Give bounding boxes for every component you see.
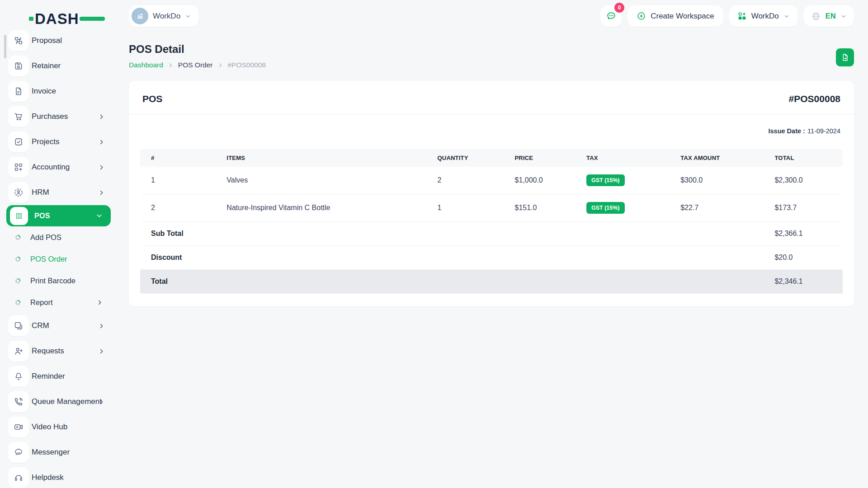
sidebar-item-proposal[interactable]: Proposal [0, 28, 117, 53]
proposal-icon [8, 30, 29, 51]
sidebar-subitem-pos-order[interactable]: POS Order [0, 248, 117, 270]
crm-icon [8, 315, 29, 336]
chevron-down-icon [840, 13, 847, 19]
sidebar-item-queue-management[interactable]: Queue Management [0, 389, 117, 414]
chevron-right-icon [98, 189, 105, 196]
chevron-down-icon [783, 13, 790, 19]
table-row: 1 Valves 2 $1,000.0 GST (15%) $300.0 $2,… [140, 167, 843, 194]
sidebar-subitem-add-pos[interactable]: Add POS [0, 226, 117, 248]
subtotal-value: $2,366.1 [771, 222, 843, 246]
logo-dot [29, 17, 33, 21]
messages-button[interactable]: 0 [600, 5, 622, 27]
chevron-right-icon [96, 299, 103, 306]
bullet-icon [15, 278, 20, 283]
sidebar-subitem-label: Add POS [30, 233, 61, 242]
bullet-icon [15, 235, 20, 240]
cell-qty: 2 [434, 167, 511, 194]
create-workspace-button[interactable]: Create Workspace [627, 5, 723, 27]
col-header-price: PRICE [511, 149, 583, 167]
cell-qty: 1 [434, 194, 511, 222]
sidebar-item-retainer[interactable]: Retainer [0, 53, 117, 79]
discount-label: Discount [140, 246, 771, 270]
sidebar-item-requests[interactable]: Requests [0, 338, 117, 364]
logo-bar [80, 17, 105, 21]
sidebar-item-projects[interactable]: Projects [0, 129, 117, 155]
cell-item: Nature-Inspired Vitamin C Bottle [223, 194, 434, 222]
breadcrumb-separator-icon [168, 62, 174, 68]
app-menu-button[interactable]: WorkDo [729, 5, 798, 27]
projects-icon [8, 131, 29, 152]
sidebar-item-crm[interactable]: CRM [0, 313, 117, 338]
chevron-right-icon [98, 164, 105, 171]
sidebar-item-video-hub[interactable]: Video Hub [0, 414, 117, 440]
document-icon [840, 53, 849, 62]
cell-tax-amount: $300.0 [677, 167, 771, 194]
create-workspace-label: Create Workspace [651, 12, 714, 21]
sidebar-item-accounting[interactable]: Accounting [0, 155, 117, 180]
globe-icon [811, 11, 821, 21]
chevron-right-icon [98, 323, 105, 329]
purchases-icon [8, 106, 29, 127]
grid-plus-icon [737, 11, 747, 21]
top-bar-actions: 0 Create Workspace WorkDo EN [600, 5, 854, 27]
discount-value: $20.0 [771, 246, 843, 270]
sidebar: DASH Proposal Retainer Invoice [0, 0, 117, 488]
cell-price: $1,000.0 [511, 167, 583, 194]
sidebar-item-purchases[interactable]: Purchases [0, 104, 117, 129]
page-head: POS Detail Dashboard POS Order #POS00008 [129, 43, 854, 69]
issue-date-label: Issue Date : [768, 127, 805, 135]
pos-items-table: # ITEMS QUANTITY PRICE TAX TAX AMOUNT TO… [140, 149, 843, 294]
pos-grid-icon [10, 207, 28, 225]
headphones-icon [8, 467, 29, 488]
app-logo[interactable]: DASH [29, 10, 88, 27]
chevron-right-icon [98, 399, 105, 405]
sidebar-item-helpdesk[interactable]: Helpdesk [0, 465, 117, 488]
tax-badge: GST (15%) [586, 202, 625, 214]
app-menu-label: WorkDo [751, 12, 779, 21]
sidebar-item-messenger[interactable]: Messenger [0, 440, 117, 465]
subtotal-row: Sub Total $2,366.1 [140, 222, 843, 246]
sidebar-item-hrm[interactable]: HRM [0, 180, 117, 205]
retainer-icon [8, 56, 29, 76]
table-row: 2 Nature-Inspired Vitamin C Bottle 1 $15… [140, 194, 843, 222]
chevron-right-icon [98, 113, 105, 120]
breadcrumb-pos-order[interactable]: POS Order [178, 61, 213, 69]
workspace-avatar [132, 8, 148, 24]
sidebar-item-label: HRM [32, 188, 49, 197]
breadcrumb: Dashboard POS Order #POS00008 [129, 61, 266, 69]
sidebar-subitem-label: Report [30, 298, 53, 307]
sidebar-item-label: Queue Management [32, 397, 102, 406]
cell-item: Valves [223, 167, 434, 194]
sidebar-subitem-report[interactable]: Report [0, 291, 117, 313]
duplicate-pos-button[interactable] [836, 48, 854, 66]
total-label: Total [140, 270, 771, 294]
sidebar-item-label: Video Hub [32, 422, 67, 432]
sidebar-item-label: Projects [32, 137, 59, 146]
main-content: POS Detail Dashboard POS Order #POS00008… [117, 32, 868, 488]
hrm-icon [8, 182, 29, 203]
sidebar-item-reminder[interactable]: Reminder [0, 364, 117, 389]
sidebar-item-invoice[interactable]: Invoice [0, 79, 117, 104]
breadcrumb-separator-icon [217, 62, 223, 68]
sidebar-item-label: Reminder [32, 372, 65, 381]
sidebar-item-label: Requests [32, 347, 64, 356]
workspace-selector[interactable]: WorkDo [129, 5, 198, 27]
pos-number: #POS00008 [789, 94, 840, 104]
sidebar-item-pos[interactable]: POS [6, 205, 111, 226]
col-header-total: TOTAL [771, 149, 843, 167]
bullet-icon [15, 257, 20, 262]
total-row: Total $2,346.1 [140, 270, 843, 294]
card-header: POS #POS00008 [129, 81, 854, 114]
sidebar-item-label: POS [34, 212, 50, 220]
cell-no: 2 [140, 194, 223, 222]
cell-total: $173.7 [771, 194, 843, 222]
sidebar-subitem-print-barcode[interactable]: Print Barcode [0, 270, 117, 291]
discount-row: Discount $20.0 [140, 246, 843, 270]
video-camera-icon [8, 417, 29, 437]
language-selector[interactable]: EN [804, 5, 854, 27]
issue-date-row: Issue Date : 11-09-2024 [129, 115, 854, 149]
breadcrumb-dashboard-link[interactable]: Dashboard [129, 61, 163, 69]
plus-circle-icon [637, 11, 646, 21]
top-bar: WorkDo 0 Create Workspace WorkDo [117, 0, 868, 32]
col-header-items: ITEMS [223, 149, 434, 167]
